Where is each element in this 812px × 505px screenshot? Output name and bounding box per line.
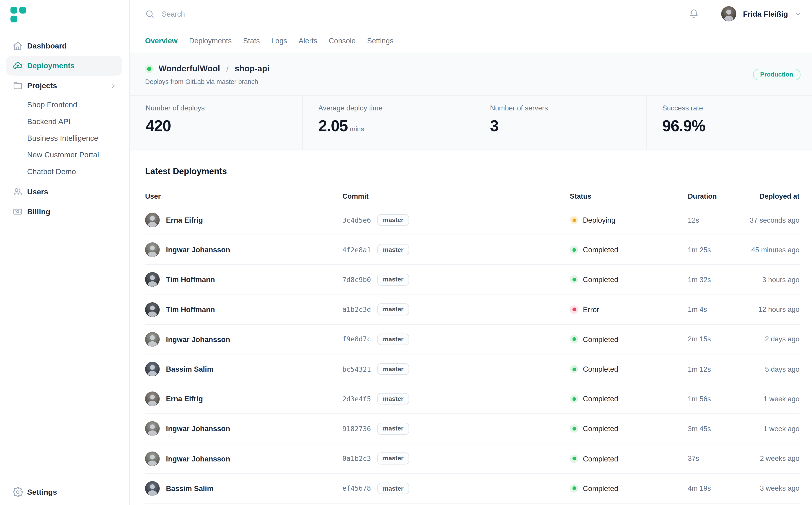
status-label: Error	[583, 305, 599, 314]
sidebar-item-deployments[interactable]: Deployments	[6, 56, 122, 75]
commit-hash[interactable]: bc54321	[342, 365, 371, 373]
status-label: Completed	[583, 276, 618, 284]
status-dot	[570, 246, 578, 254]
duration-cell: 4m 19s	[688, 484, 729, 492]
status-label: Completed	[583, 425, 618, 433]
breadcrumb-separator: /	[226, 64, 229, 73]
table-row[interactable]: Ingwar Johansson 4f2e8a1 master Complete…	[145, 235, 800, 265]
commit-cell: 9182736 master	[342, 423, 570, 435]
table-row[interactable]: Ingwar Johansson f9e8d7c master Complete…	[145, 325, 800, 354]
project-header: WonderfulWool / shop-api Deploys from Gi…	[130, 53, 812, 96]
stat-average-deploy-time: Average deploy time 2.05mins	[302, 96, 474, 150]
tab-settings[interactable]: Settings	[367, 36, 394, 44]
tab-logs[interactable]: Logs	[271, 36, 287, 44]
stat-label: Number of deploys	[146, 104, 302, 112]
status-label: Completed	[583, 454, 618, 463]
deployed-at-cell: 37 seconds ago	[729, 216, 799, 224]
status-cell: Completed	[570, 335, 688, 343]
status-dot	[570, 395, 578, 403]
table-row[interactable]: Erna Eifrig 3c4d5e6 master Deploying 12s…	[145, 205, 800, 235]
user-name: Erna Eifrig	[166, 216, 203, 224]
sidebar-link-business-intelligence[interactable]: Business Intelligence	[0, 130, 129, 146]
user-avatar	[145, 451, 160, 466]
sidebar-item-projects[interactable]: Projects	[0, 75, 129, 96]
table-row[interactable]: Bassim Salim bc54321 master Completed 1m…	[145, 354, 800, 384]
project-links: Shop Frontend Backend API Business Intel…	[0, 97, 129, 180]
sidebar-link-new-customer-portal[interactable]: New Customer Portal	[0, 147, 129, 163]
tab-deployments[interactable]: Deployments	[189, 36, 232, 44]
online-status-dot	[145, 65, 153, 73]
branch-badge: master	[377, 304, 410, 315]
user-cell: Ingwar Johansson	[145, 332, 342, 347]
user-name[interactable]: Frida Fleißig	[743, 10, 788, 18]
duration-cell: 1m 25s	[688, 246, 729, 254]
sidebar-item-settings[interactable]: Settings	[0, 482, 129, 502]
sidebar-item-label: Billing	[27, 207, 50, 216]
sidebar-link-shop-frontend[interactable]: Shop Frontend	[0, 97, 129, 113]
commit-cell: bc54321 master	[342, 363, 570, 375]
commit-hash[interactable]: 2d3e4f5	[342, 395, 371, 403]
search-input[interactable]	[161, 9, 319, 19]
user-avatar[interactable]	[721, 6, 736, 21]
commit-hash[interactable]: f9e8d7c	[342, 335, 371, 343]
commit-hash[interactable]: 4f2e8a1	[342, 246, 371, 254]
breadcrumb-app[interactable]: shop-api	[235, 64, 270, 73]
commit-hash[interactable]: ef45678	[342, 484, 371, 492]
deployments-section: Latest Deployments User Commit Status Du…	[130, 150, 812, 505]
commit-hash[interactable]: 7d8c9b0	[342, 276, 371, 284]
user-name: Bassim Salim	[166, 484, 214, 492]
divider	[710, 9, 710, 19]
status-cell: Completed	[570, 365, 688, 373]
status-cell: Completed	[570, 246, 688, 254]
sidebar-item-label: Users	[27, 188, 48, 196]
commit-hash[interactable]: 3c4d5e6	[342, 216, 371, 224]
bell-icon[interactable]	[689, 9, 699, 19]
table-row[interactable]: Tim Hoffmann a1b2c3d master Error 1m 4s …	[145, 295, 800, 325]
table-row[interactable]: Erna Eifrig 2d3e4f5 master Completed 1m …	[145, 384, 800, 414]
chevron-down-icon[interactable]	[794, 10, 802, 17]
commit-cell: 0a1b2c3 master	[342, 453, 570, 464]
tab-overview[interactable]: Overview	[145, 36, 178, 44]
user-avatar	[145, 362, 160, 376]
app-logo[interactable]	[10, 7, 26, 22]
status-label: Completed	[583, 335, 618, 343]
deployed-at-cell: 1 week ago	[729, 425, 799, 433]
user-name: Ingwar Johansson	[166, 246, 230, 254]
commit-cell: 3c4d5e6 master	[342, 214, 570, 226]
section-title: Latest Deployments	[145, 166, 800, 176]
table-row[interactable]: Ingwar Johansson 9182736 master Complete…	[145, 414, 800, 444]
table-row[interactable]: Ingwar Johansson 0a1b2c3 master Complete…	[145, 444, 800, 474]
branch-badge: master	[377, 453, 410, 464]
folder-icon	[13, 80, 23, 91]
sidebar-link-chatbot-demo[interactable]: Chatbot Demo	[0, 163, 129, 180]
user-name: Tim Hoffmann	[166, 276, 215, 284]
user-avatar	[145, 213, 160, 227]
branch-badge: master	[377, 274, 410, 286]
search-bar	[145, 9, 689, 19]
stat-unit: mins	[350, 125, 364, 133]
sidebar-item-billing[interactable]: Billing	[0, 202, 129, 221]
commit-hash[interactable]: 9182736	[342, 425, 371, 433]
user-cell: Tim Hoffmann	[145, 272, 342, 287]
tab-stats[interactable]: Stats	[243, 36, 260, 44]
table-row[interactable]: Bassim Salim ef45678 master Completed 4m…	[145, 474, 800, 504]
sidebar-item-dashboard[interactable]: Dashboard	[0, 36, 129, 56]
status-dot	[570, 305, 578, 314]
user-cell: Ingwar Johansson	[145, 451, 342, 466]
breadcrumb-org[interactable]: WonderfulWool	[159, 64, 220, 73]
tab-alerts[interactable]: Alerts	[299, 36, 317, 44]
sidebar-link-backend-api[interactable]: Backend API	[0, 113, 129, 130]
commit-hash[interactable]: 0a1b2c3	[342, 455, 371, 463]
stat-number-of-deploys: Number of deploys 420	[130, 96, 302, 150]
commit-cell: f9e8d7c master	[342, 334, 570, 345]
duration-cell: 1m 56s	[688, 395, 729, 403]
sidebar-item-users[interactable]: Users	[0, 182, 129, 202]
status-dot	[570, 454, 578, 463]
table-row[interactable]: Tim Hoffmann 7d8c9b0 master Completed 1m…	[145, 265, 800, 295]
tab-console[interactable]: Console	[329, 36, 355, 44]
user-cell: Erna Eifrig	[145, 213, 342, 227]
commit-hash[interactable]: a1b2c3d	[342, 306, 371, 313]
branch-badge: master	[377, 423, 410, 435]
duration-cell: 3m 45s	[688, 425, 729, 433]
stat-value: 3	[490, 117, 646, 135]
